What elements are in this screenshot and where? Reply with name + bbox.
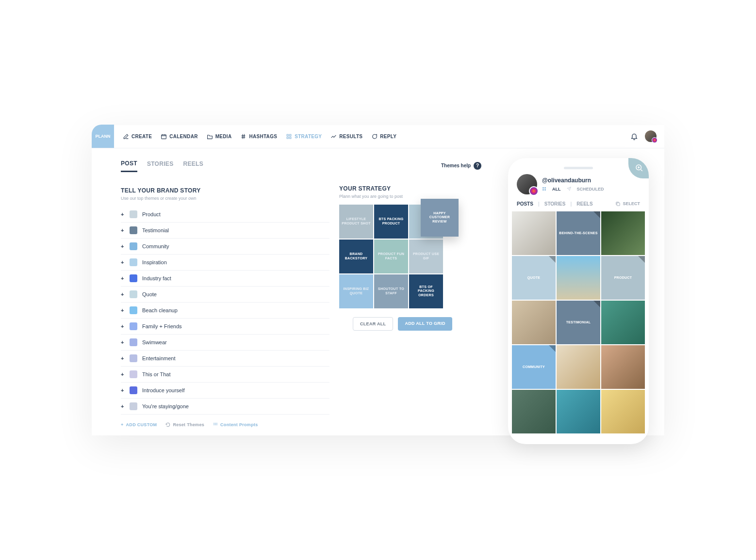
- theme-label: This or That: [142, 371, 171, 377]
- top-bar: PLANN CREATE CALENDAR MEDIA HASHTAGS STR…: [92, 125, 664, 148]
- nav-create[interactable]: CREATE: [123, 133, 152, 140]
- chart-icon: [330, 133, 337, 140]
- theme-row[interactable]: + Swimwear: [121, 335, 329, 351]
- grid-icon: [286, 133, 292, 140]
- theme-label: Introduce yourself: [142, 387, 184, 393]
- color-swatch: [130, 306, 137, 314]
- expand-icon: +: [121, 387, 125, 393]
- strategy-title: YOUR STRATEGY: [339, 185, 485, 192]
- theme-row[interactable]: + Testimonial: [121, 223, 329, 239]
- svg-rect-4: [290, 137, 291, 138]
- nav-results[interactable]: RESULTS: [330, 133, 362, 140]
- strategy-tile[interactable]: INSPIRING BIZ QUOTE: [339, 274, 373, 308]
- grid-image-tile[interactable]: [601, 390, 645, 433]
- help-icon: ?: [474, 162, 481, 170]
- grid-image-tile[interactable]: [512, 390, 556, 433]
- theme-label: Beach cleanup: [142, 307, 178, 313]
- theme-row[interactable]: + Quote: [121, 287, 329, 303]
- svg-rect-8: [214, 424, 214, 425]
- nav-calendar[interactable]: CALENDAR: [161, 133, 198, 140]
- grid-placeholder-tile[interactable]: COMMUNITY: [512, 345, 556, 389]
- plus-icon: +: [121, 422, 124, 427]
- strategy-tile[interactable]: PRODUCT FUN FACTS: [374, 240, 408, 273]
- grid-image-tile[interactable]: [601, 211, 645, 255]
- color-swatch: [130, 322, 137, 330]
- theme-row[interactable]: + Inspiration: [121, 255, 329, 271]
- dogear-icon: [549, 345, 556, 352]
- themes-help-link[interactable]: Themes help ?: [441, 162, 481, 170]
- grid-image-tile[interactable]: [601, 301, 645, 344]
- bell-icon[interactable]: [630, 132, 638, 140]
- theme-row[interactable]: + Entertainment: [121, 351, 329, 367]
- dogear-icon: [593, 301, 600, 307]
- grid-image-tile[interactable]: [512, 301, 556, 344]
- nav-strategy[interactable]: STRATEGY: [286, 133, 322, 140]
- svg-rect-12: [542, 187, 544, 189]
- add-custom-button[interactable]: + ADD CUSTOM: [121, 422, 157, 427]
- nav-media[interactable]: MEDIA: [207, 133, 232, 140]
- theme-row[interactable]: + Beach cleanup: [121, 303, 329, 319]
- strategy-tile[interactable]: BRAND BACKSTORY: [339, 240, 373, 273]
- theme-label: Quote: [142, 291, 157, 297]
- grid-image-tile[interactable]: [601, 345, 645, 389]
- logo[interactable]: PLANN: [92, 125, 114, 148]
- add-all-to-grid-button[interactable]: ADD ALL TO GRID: [398, 317, 452, 331]
- svg-rect-5: [214, 423, 214, 424]
- avatar[interactable]: [645, 130, 657, 142]
- expand-icon: +: [121, 371, 125, 377]
- strategy-tile[interactable]: PRODUCT USE GIF: [409, 240, 443, 273]
- content-tabs: POST STORIES REELS: [121, 158, 329, 173]
- grid-placeholder-tile[interactable]: TESTIMONIAL: [557, 301, 600, 344]
- strategy-tile[interactable]: LIFESTYLE PRODUCT SHOT: [339, 205, 373, 239]
- grid-placeholder-tile[interactable]: QUOTE: [512, 256, 556, 300]
- strategy-tile[interactable]: SHOUTOUT TO STAFF: [374, 274, 408, 308]
- strategy-tile[interactable]: BTS PACKING PRODUCT: [374, 205, 408, 239]
- grid-placeholder-tile[interactable]: BEHIND-THE-SCENES: [557, 211, 600, 255]
- expand-icon: +: [121, 323, 125, 329]
- content-prompts-button[interactable]: Content Prompts: [213, 422, 258, 427]
- clear-all-button[interactable]: CLEAR ALL: [353, 317, 393, 331]
- theme-row[interactable]: + You're staying/gone: [121, 399, 329, 415]
- theme-row[interactable]: + Community: [121, 239, 329, 255]
- theme-row[interactable]: + This or That: [121, 367, 329, 383]
- grid-image-tile[interactable]: [557, 345, 600, 389]
- filter-scheduled[interactable]: SCHEDULED: [577, 187, 604, 192]
- phone-tab-posts[interactable]: POSTS: [517, 201, 533, 207]
- theme-label: Testimonial: [142, 227, 169, 233]
- reset-themes-button[interactable]: Reset Themes: [165, 422, 204, 427]
- theme-label: Entertainment: [142, 355, 175, 361]
- strategy-floating-tile[interactable]: HAPPY CUSTOMER REVIEW: [421, 199, 459, 237]
- theme-row[interactable]: + Introduce yourself: [121, 383, 329, 399]
- phone-tab-stories[interactable]: STORIES: [544, 201, 566, 207]
- expand-icon: +: [121, 275, 125, 281]
- theme-row[interactable]: + Family + Friends: [121, 319, 329, 335]
- filter-all[interactable]: ALL: [552, 187, 561, 192]
- svg-rect-1: [287, 134, 288, 136]
- dogear-icon: [549, 256, 556, 263]
- theme-row[interactable]: + Industry fact: [121, 271, 329, 287]
- profile-avatar[interactable]: [517, 174, 537, 194]
- svg-rect-2: [290, 134, 291, 136]
- color-swatch: [130, 370, 137, 378]
- svg-rect-14: [542, 189, 544, 191]
- grid-image-tile[interactable]: [557, 390, 600, 433]
- strategy-tile[interactable]: BTS OF PACKING ORDERS: [409, 274, 443, 308]
- app-window: PLANN CREATE CALENDAR MEDIA HASHTAGS STR…: [92, 125, 664, 435]
- theme-row[interactable]: + Product: [121, 207, 329, 223]
- svg-rect-10: [216, 424, 217, 425]
- nav-reply[interactable]: REPLY: [371, 133, 396, 140]
- select-button[interactable]: SELECT: [615, 201, 640, 207]
- expand-icon: +: [121, 227, 125, 233]
- phone-tab-reels[interactable]: REELS: [576, 201, 592, 207]
- svg-rect-7: [216, 423, 217, 424]
- phone-preview: @oliveandauburn ALL SCHEDULED POSTS | ST…: [508, 158, 649, 444]
- expand-icon: +: [121, 291, 125, 297]
- tab-stories[interactable]: STORIES: [147, 159, 174, 171]
- theme-label: Swimwear: [142, 339, 167, 345]
- grid-placeholder-tile[interactable]: PRODUCT: [601, 256, 645, 300]
- grid-image-tile[interactable]: [557, 256, 600, 300]
- grid-image-tile[interactable]: [512, 211, 556, 255]
- tab-post[interactable]: POST: [121, 158, 137, 172]
- nav-hashtags[interactable]: HASHTAGS: [240, 133, 277, 140]
- tab-reels[interactable]: REELS: [183, 159, 203, 171]
